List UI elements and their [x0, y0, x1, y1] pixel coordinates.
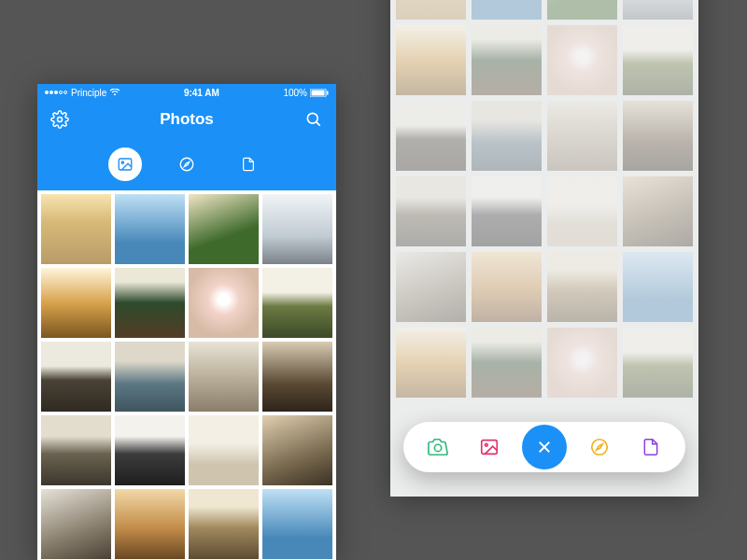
- close-icon: [536, 439, 553, 455]
- photo-grid-dimmed: [390, 0, 698, 403]
- action-picture-button[interactable]: [471, 428, 508, 466]
- phone-screen-secondary: [390, 0, 698, 497]
- svg-rect-2: [327, 91, 329, 94]
- action-document-button[interactable]: [632, 428, 669, 466]
- photo-thumbnail[interactable]: [262, 489, 332, 559]
- svg-marker-9: [184, 161, 189, 166]
- settings-button[interactable]: [50, 110, 69, 129]
- svg-marker-16: [597, 444, 602, 450]
- svg-rect-11: [482, 441, 498, 455]
- photo-thumbnail[interactable]: [623, 328, 693, 398]
- photo-thumbnail[interactable]: [472, 176, 542, 246]
- svg-point-4: [307, 113, 317, 123]
- camera-icon: [428, 437, 448, 457]
- photo-thumbnail[interactable]: [115, 268, 185, 338]
- signal-dots-icon: [45, 91, 67, 94]
- svg-point-8: [180, 158, 193, 171]
- picture-icon: [117, 156, 134, 173]
- photo-thumbnail[interactable]: [547, 101, 617, 171]
- photo-thumbnail[interactable]: [396, 101, 466, 171]
- compass-icon: [589, 437, 610, 457]
- wifi-icon: [110, 89, 120, 96]
- battery-icon: [310, 89, 329, 97]
- phone-screen-primary: Principle 9:41 AM 100% Photos: [37, 84, 336, 560]
- photo-thumbnail[interactable]: [623, 252, 693, 322]
- svg-point-3: [58, 118, 63, 122]
- photo-thumbnail[interactable]: [547, 25, 617, 95]
- photo-thumbnail[interactable]: [41, 415, 111, 485]
- photo-thumbnail[interactable]: [396, 176, 466, 246]
- photo-thumbnail[interactable]: [396, 25, 466, 95]
- action-bar: [403, 422, 685, 472]
- svg-rect-1: [312, 90, 325, 95]
- photo-thumbnail[interactable]: [41, 342, 111, 412]
- photo-thumbnail[interactable]: [189, 194, 259, 264]
- photo-thumbnail[interactable]: [262, 415, 332, 485]
- clock-label: 9:41 AM: [120, 88, 283, 98]
- photo-thumbnail[interactable]: [115, 194, 185, 264]
- tab-photos[interactable]: [108, 147, 142, 181]
- photo-thumbnail[interactable]: [41, 489, 111, 559]
- photo-thumbnail[interactable]: [41, 268, 111, 338]
- photo-thumbnail[interactable]: [547, 328, 617, 398]
- action-close-button[interactable]: [522, 425, 567, 469]
- photo-thumbnail[interactable]: [623, 101, 693, 171]
- svg-line-5: [317, 122, 320, 126]
- svg-point-15: [592, 440, 608, 455]
- photo-thumbnail[interactable]: [547, 0, 617, 20]
- photo-thumbnail[interactable]: [189, 415, 259, 485]
- photo-thumbnail[interactable]: [623, 176, 693, 246]
- photo-thumbnail[interactable]: [189, 489, 259, 559]
- photo-thumbnail[interactable]: [623, 25, 693, 95]
- search-button[interactable]: [304, 110, 323, 129]
- svg-point-10: [435, 444, 442, 451]
- carrier-label: Principle: [71, 88, 106, 98]
- photo-thumbnail[interactable]: [262, 268, 332, 338]
- photo-thumbnail[interactable]: [472, 25, 542, 95]
- photo-thumbnail[interactable]: [396, 0, 466, 20]
- svg-rect-6: [119, 159, 132, 170]
- tab-explore[interactable]: [170, 147, 204, 181]
- photo-thumbnail[interactable]: [547, 252, 617, 322]
- photo-thumbnail[interactable]: [262, 194, 332, 264]
- gear-icon: [50, 110, 69, 129]
- tab-files[interactable]: [232, 147, 265, 181]
- action-camera-button[interactable]: [419, 428, 457, 466]
- photo-thumbnail[interactable]: [262, 342, 332, 412]
- photo-grid[interactable]: [37, 190, 336, 560]
- photo-thumbnail[interactable]: [547, 176, 617, 246]
- photo-thumbnail[interactable]: [472, 252, 542, 322]
- document-icon: [641, 437, 660, 457]
- statusbar: Principle 9:41 AM 100%: [37, 84, 336, 101]
- photo-thumbnail[interactable]: [115, 415, 185, 485]
- navbar: Photos: [37, 101, 336, 138]
- photo-thumbnail[interactable]: [189, 268, 259, 338]
- photo-thumbnail[interactable]: [472, 0, 542, 20]
- view-tabs: [37, 138, 336, 190]
- photo-thumbnail[interactable]: [396, 328, 466, 398]
- action-compass-button[interactable]: [581, 428, 618, 466]
- battery-percent-label: 100%: [283, 88, 307, 98]
- svg-point-12: [486, 443, 488, 446]
- photo-thumbnail[interactable]: [472, 328, 542, 398]
- photo-thumbnail[interactable]: [396, 252, 466, 322]
- picture-icon: [479, 437, 500, 457]
- photo-thumbnail[interactable]: [623, 0, 693, 20]
- search-icon: [304, 110, 323, 129]
- photo-thumbnail[interactable]: [115, 489, 185, 559]
- photo-thumbnail[interactable]: [115, 342, 185, 412]
- photo-thumbnail[interactable]: [41, 194, 111, 264]
- photo-thumbnail[interactable]: [189, 342, 259, 412]
- photo-thumbnail[interactable]: [472, 101, 542, 171]
- compass-icon: [178, 156, 195, 173]
- document-icon: [241, 156, 256, 173]
- page-title: Photos: [160, 110, 214, 129]
- svg-point-7: [121, 161, 123, 163]
